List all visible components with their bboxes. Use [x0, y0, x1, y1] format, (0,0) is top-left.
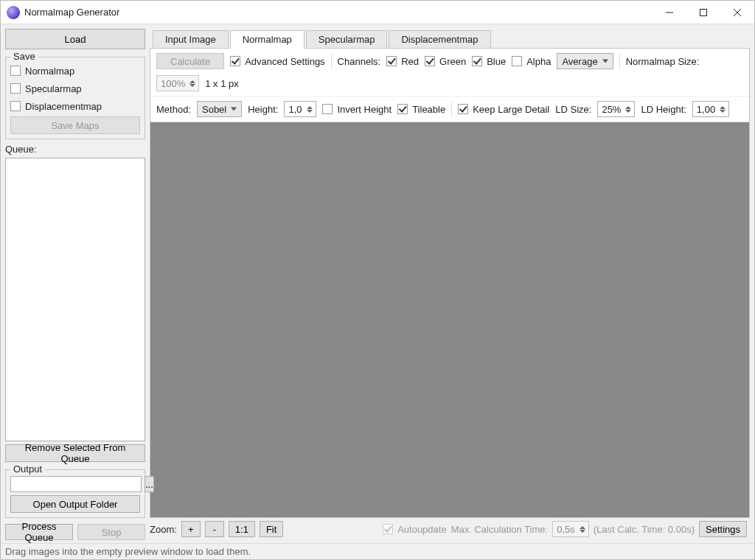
- advanced-settings-checkbox[interactable]: Advanced Settings: [230, 54, 324, 69]
- displacementmap-check[interactable]: [10, 101, 21, 111]
- normalmap-size-spinner[interactable]: 100%: [156, 75, 199, 91]
- left-panel: Load Save Normalmap Specularmap: [5, 29, 145, 540]
- app-icon: [7, 6, 20, 19]
- tab-displacementmap[interactable]: Displacementmap: [389, 30, 490, 48]
- tab-input-image[interactable]: Input Image: [153, 30, 229, 48]
- footer-bar: Zoom: + - 1:1 Fit Autoupdate Max. Calcul…: [150, 518, 750, 540]
- toolbar-row-1: Calculate Advanced Settings Channels: Re…: [150, 49, 749, 97]
- advanced-check[interactable]: [230, 56, 240, 66]
- close-button[interactable]: [720, 1, 754, 24]
- alpha-mode-select[interactable]: Average: [557, 53, 613, 69]
- save-group-title: Save: [10, 51, 38, 62]
- zoom-1to1-button[interactable]: 1:1: [229, 521, 255, 537]
- channel-blue-checkbox[interactable]: Blue: [472, 54, 506, 69]
- queue-label: Queue:: [5, 144, 145, 155]
- maximize-button[interactable]: [686, 1, 720, 24]
- invert-height-checkbox[interactable]: Invert Height: [322, 102, 392, 116]
- specularmap-check[interactable]: [10, 83, 21, 94]
- zoom-in-button[interactable]: +: [181, 521, 201, 537]
- output-path-input[interactable]: [10, 476, 142, 492]
- save-specularmap-checkbox[interactable]: Specularmap: [10, 81, 140, 96]
- save-maps-button[interactable]: Save Maps: [10, 116, 140, 134]
- keep-large-detail-checkbox[interactable]: Keep Large Detail: [458, 102, 549, 116]
- max-calc-spinner[interactable]: 0,5s: [552, 521, 589, 537]
- save-displacementmap-checkbox[interactable]: Displacementmap: [10, 99, 140, 113]
- browse-output-button[interactable]: ...: [145, 476, 154, 492]
- process-queue-button[interactable]: Process Queue: [5, 524, 73, 540]
- channels-label: Channels:: [338, 56, 381, 67]
- ld-height-spinner[interactable]: 1,00: [692, 101, 729, 117]
- output-group-title: Output: [10, 463, 45, 475]
- height-label: Height:: [248, 104, 278, 115]
- last-calc-time: (Last Calc. Time: 0.00s): [594, 524, 695, 535]
- save-group: Save Normalmap Specularmap Displaceme: [5, 57, 145, 139]
- tab-normalmap[interactable]: Normalmap: [230, 30, 305, 49]
- toolbar-row-2: Method: Sobel Height: 1,0 Invert Height …: [150, 97, 749, 122]
- channel-green-checkbox[interactable]: Green: [425, 54, 466, 69]
- ld-height-label: LD Height:: [641, 104, 686, 115]
- status-text: Drag images into the empty preview windo…: [5, 546, 251, 557]
- height-spinner[interactable]: 1,0: [284, 101, 316, 117]
- method-select[interactable]: Sobel: [197, 101, 242, 117]
- method-label: Method:: [156, 104, 191, 115]
- save-normalmap-checkbox[interactable]: Normalmap: [10, 63, 140, 78]
- normalmap-check[interactable]: [10, 66, 21, 76]
- calculate-button[interactable]: Calculate: [156, 53, 224, 69]
- open-output-folder-button[interactable]: Open Output Folder: [10, 495, 140, 513]
- normalmap-size-label: Normalmap Size:: [626, 56, 700, 67]
- svg-rect-0: [700, 9, 707, 15]
- preview-canvas[interactable]: [150, 122, 749, 517]
- title-bar: Normalmap Generator: [1, 1, 754, 24]
- tab-bar: Input Image Normalmap Specularmap Displa…: [150, 29, 750, 48]
- tab-specularmap[interactable]: Specularmap: [306, 30, 388, 48]
- zoom-fit-button[interactable]: Fit: [260, 521, 283, 537]
- channel-alpha-checkbox[interactable]: Alpha: [512, 54, 551, 69]
- channel-red-checkbox[interactable]: Red: [386, 54, 419, 69]
- remove-from-queue-button[interactable]: Remove Selected From Queue: [5, 444, 145, 462]
- stop-button[interactable]: Stop: [77, 524, 145, 540]
- normalmap-size-px: 1 x 1 px: [205, 78, 239, 89]
- output-group: Output ... Open Output Folder: [5, 469, 145, 518]
- load-button[interactable]: Load: [5, 29, 145, 49]
- zoom-out-button[interactable]: -: [205, 521, 224, 537]
- autoupdate-checkbox[interactable]: Autoupdate: [383, 522, 447, 536]
- window-title: Normalmap Generator: [24, 7, 119, 18]
- tab-panel: Calculate Advanced Settings Channels: Re…: [150, 48, 750, 518]
- settings-button[interactable]: Settings: [699, 521, 747, 537]
- right-panel: Input Image Normalmap Specularmap Displa…: [150, 29, 750, 540]
- tileable-checkbox[interactable]: Tileable: [397, 102, 445, 116]
- ld-size-label: LD Size:: [555, 104, 591, 115]
- zoom-label: Zoom:: [150, 524, 177, 535]
- minimize-button[interactable]: [653, 1, 686, 24]
- window: Normalmap Generator Load Save Normal: [0, 0, 755, 560]
- status-bar: Drag images into the empty preview windo…: [1, 543, 754, 559]
- ld-size-spinner[interactable]: 25%: [597, 101, 635, 117]
- max-calc-label: Max. Calculation Time:: [451, 524, 549, 535]
- queue-list[interactable]: [5, 158, 145, 441]
